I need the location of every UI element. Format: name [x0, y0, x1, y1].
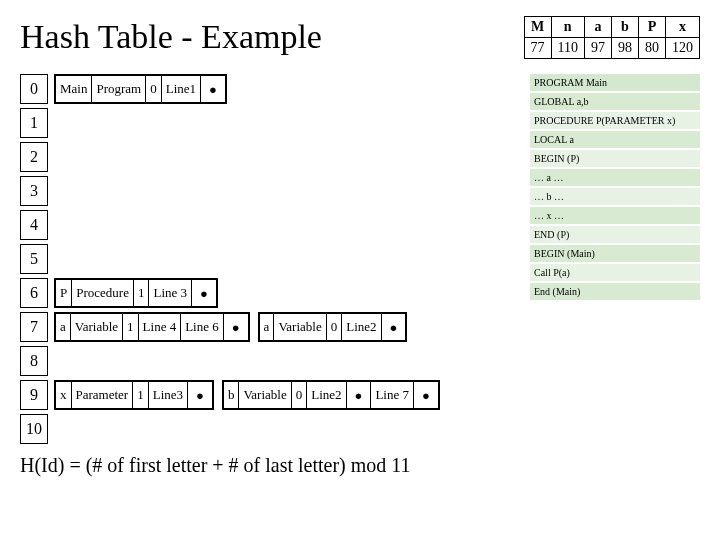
entry-field: Line1: [162, 76, 201, 102]
addr-head: P: [639, 17, 666, 38]
bucket-area: Main Program 0 Line1 ● P Procedure 1 Lin…: [54, 74, 524, 448]
code-line: … a …: [530, 169, 700, 186]
code-line: Call P(a): [530, 264, 700, 281]
hash-entry: P Procedure 1 Line 3 ●: [54, 278, 218, 308]
entry-field: Line 4: [139, 314, 182, 340]
entry-field: Line2: [342, 314, 381, 340]
entry-field: Procedure: [72, 280, 134, 306]
index-column: 0 1 2 3 4 5 6 7 8 9 10: [20, 74, 48, 448]
pointer-icon: ●: [347, 382, 372, 408]
addr-head: n: [551, 17, 584, 38]
index-cell: 0: [20, 74, 48, 104]
hash-entry: b Variable 0 Line2 ● Line 7 ●: [222, 380, 440, 410]
addr-val: 97: [585, 38, 612, 59]
code-line: End (Main): [530, 283, 700, 300]
entry-field: a: [56, 314, 71, 340]
entry-field: 0: [146, 76, 162, 102]
entry-field: 1: [134, 280, 150, 306]
index-cell: 5: [20, 244, 48, 274]
code-line: END (P): [530, 226, 700, 243]
hash-entry: x Parameter 1 Line3 ●: [54, 380, 214, 410]
addr-head: b: [612, 17, 639, 38]
index-cell: 7: [20, 312, 48, 342]
entry-field: Variable: [71, 314, 123, 340]
pointer-icon: ●: [188, 382, 212, 408]
code-line: BEGIN (P): [530, 150, 700, 167]
code-line: … x …: [530, 207, 700, 224]
entry-field: 0: [292, 382, 308, 408]
entry-field: Main: [56, 76, 92, 102]
entry-field: Line 6: [181, 314, 224, 340]
entry-field: 1: [133, 382, 149, 408]
hash-entry: a Variable 0 Line2 ●: [258, 312, 408, 342]
addr-val: 77: [524, 38, 551, 59]
code-line: … b …: [530, 188, 700, 205]
addr-val: 110: [551, 38, 584, 59]
code-line: PROCEDURE P(PARAMETER x): [530, 112, 700, 129]
entry-field: Line2: [307, 382, 346, 408]
entry-field: Line 7: [371, 382, 414, 408]
page-title: Hash Table - Example: [20, 18, 322, 56]
addr-head: M: [524, 17, 551, 38]
entry-field: 0: [327, 314, 343, 340]
index-cell: 4: [20, 210, 48, 240]
entry-field: a: [260, 314, 275, 340]
index-cell: 8: [20, 346, 48, 376]
addr-val: 98: [612, 38, 639, 59]
entry-field: x: [56, 382, 72, 408]
entry-field: Parameter: [72, 382, 134, 408]
addr-head: a: [585, 17, 612, 38]
code-line: PROGRAM Main: [530, 74, 700, 91]
index-cell: 6: [20, 278, 48, 308]
entry-field: Variable: [274, 314, 326, 340]
program-code-list: PROGRAM Main GLOBAL a,b PROCEDURE P(PARA…: [530, 74, 700, 302]
hash-entry: a Variable 1 Line 4 Line 6 ●: [54, 312, 250, 342]
entry-field: b: [224, 382, 240, 408]
index-cell: 3: [20, 176, 48, 206]
index-cell: 1: [20, 108, 48, 138]
entry-field: Line 3: [149, 280, 192, 306]
null-pointer-icon: ●: [192, 280, 216, 306]
null-pointer-icon: ●: [382, 314, 406, 340]
code-line: LOCAL a: [530, 131, 700, 148]
addr-val: 120: [666, 38, 700, 59]
null-pointer-icon: ●: [414, 382, 438, 408]
code-line: BEGIN (Main): [530, 245, 700, 262]
index-cell: 9: [20, 380, 48, 410]
hash-entry: Main Program 0 Line1 ●: [54, 74, 227, 104]
index-cell: 2: [20, 142, 48, 172]
entry-field: 1: [123, 314, 139, 340]
address-table: M n a b P x 77 110 97 98 80 120: [524, 16, 700, 59]
code-line: GLOBAL a,b: [530, 93, 700, 110]
entry-field: Variable: [239, 382, 291, 408]
hash-formula: H(Id) = (# of first letter + # of last l…: [20, 454, 700, 477]
entry-field: Program: [92, 76, 146, 102]
index-cell: 10: [20, 414, 48, 444]
addr-val: 80: [639, 38, 666, 59]
entry-field: Line3: [149, 382, 188, 408]
null-pointer-icon: ●: [201, 76, 225, 102]
addr-head: x: [666, 17, 700, 38]
pointer-icon: ●: [224, 314, 248, 340]
entry-field: P: [56, 280, 72, 306]
